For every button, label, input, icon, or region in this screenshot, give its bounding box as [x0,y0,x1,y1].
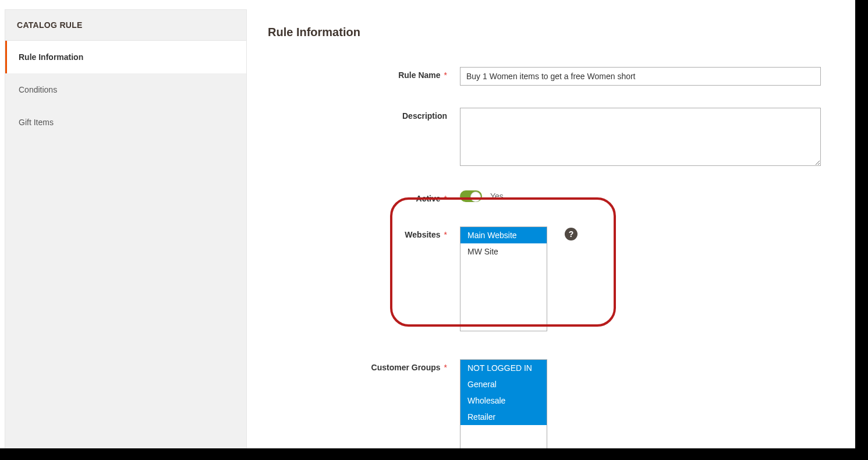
label-description: Description [268,108,460,121]
option-mw-site[interactable]: MW Site [460,243,547,260]
toggle-active-text: Yes [490,192,504,201]
toggle-active[interactable] [460,190,482,202]
field-active: Active Yes [268,190,842,203]
select-websites[interactable]: Main Website MW Site [460,227,547,331]
sidebar-item-rule-information[interactable]: Rule Information [5,41,246,73]
sidebar: CATALOG RULE Rule Information Conditions… [5,9,247,460]
sidebar-header: CATALOG RULE [5,10,246,41]
field-description: Description [268,108,842,168]
option-general[interactable]: General [460,376,547,392]
input-description[interactable] [460,108,821,166]
main-content: Rule Information Rule Name Description A… [247,9,863,460]
option-retailer[interactable]: Retailer [460,409,547,425]
select-customer-groups[interactable]: NOT LOGGED IN General Wholesale Retailer [460,359,547,460]
label-customer-groups: Customer Groups [268,359,460,372]
sidebar-item-gift-items[interactable]: Gift Items [5,106,246,139]
black-edge-bottom [0,448,868,460]
input-rule-name[interactable] [460,67,821,86]
page-title: Rule Information [268,26,842,39]
option-wholesale[interactable]: Wholesale [460,392,547,409]
field-rule-name: Rule Name [268,67,842,86]
field-websites: Websites Main Website MW Site ? [268,227,842,331]
option-not-logged-in[interactable]: NOT LOGGED IN [460,360,547,376]
sidebar-item-conditions[interactable]: Conditions [5,73,246,106]
label-active: Active [268,190,460,203]
help-icon[interactable]: ? [565,228,578,240]
label-rule-name: Rule Name [268,67,460,80]
field-customer-groups: Customer Groups NOT LOGGED IN General Wh… [268,359,842,460]
label-websites: Websites [268,227,460,239]
black-edge-right [855,0,868,448]
option-main-website[interactable]: Main Website [460,227,547,243]
